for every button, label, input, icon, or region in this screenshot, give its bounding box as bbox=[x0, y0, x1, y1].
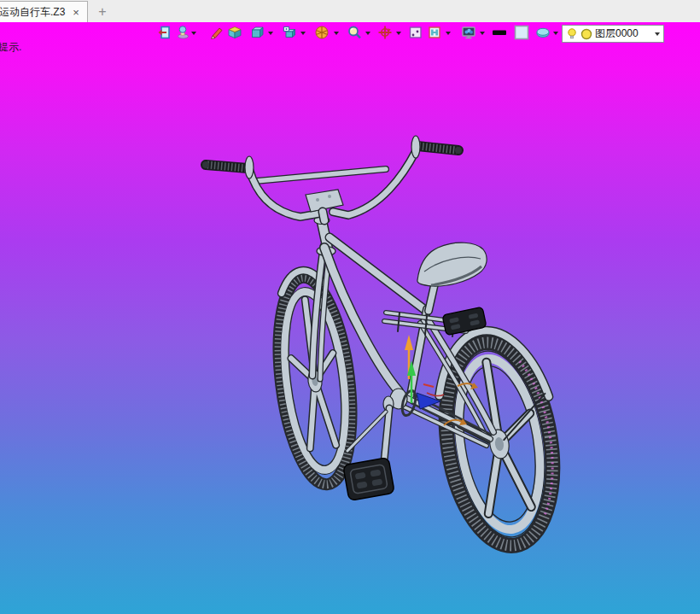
shaded-cube-dropdown-caret[interactable] bbox=[268, 32, 273, 35]
rotate-dropdown-caret[interactable] bbox=[396, 32, 401, 35]
eraser-dropdown-caret[interactable] bbox=[553, 32, 558, 35]
saddle bbox=[417, 243, 487, 311]
zoom-tool-button[interactable] bbox=[347, 25, 362, 40]
shaded-cube-icon bbox=[249, 25, 265, 40]
render-dropdown-caret[interactable] bbox=[480, 32, 485, 35]
light-toggle-button[interactable] bbox=[175, 25, 190, 40]
light-bulb-icon bbox=[175, 25, 190, 40]
layer-visibility-bulb-icon bbox=[566, 27, 578, 40]
iso-box-button[interactable] bbox=[227, 25, 242, 40]
color-swatch bbox=[514, 25, 529, 40]
line-width-button[interactable] bbox=[492, 25, 507, 40]
zoom-dropdown-caret[interactable] bbox=[365, 32, 370, 35]
magnifier-icon bbox=[347, 25, 362, 40]
iso-box-icon bbox=[227, 25, 242, 40]
render-display-icon bbox=[461, 25, 476, 40]
layer-combobox[interactable]: 图层0000 bbox=[562, 25, 664, 43]
exit-icon bbox=[156, 25, 172, 40]
cube-panel-icon bbox=[282, 25, 297, 40]
orange-wheel-icon bbox=[314, 25, 330, 40]
line-width-swatch bbox=[492, 25, 507, 40]
layer-combobox-caret[interactable] bbox=[655, 32, 660, 36]
left-grip bbox=[202, 156, 254, 178]
rotate-target-icon bbox=[377, 25, 393, 40]
cube-panel-button[interactable] bbox=[282, 25, 297, 40]
right-grip bbox=[411, 136, 462, 158]
pen-icon bbox=[209, 25, 225, 40]
viewport-split-dropdown-caret[interactable] bbox=[446, 32, 451, 35]
rotate-view-button[interactable] bbox=[377, 25, 393, 40]
eraser-disc-button[interactable] bbox=[535, 25, 551, 40]
eraser-disc-icon bbox=[535, 25, 551, 40]
viewport-split-icon bbox=[427, 25, 442, 40]
layer-combobox-value: 图层0000 bbox=[595, 26, 639, 41]
orange-wheel-button[interactable] bbox=[314, 25, 330, 40]
point-display-icon bbox=[408, 25, 423, 40]
render-display-button[interactable] bbox=[461, 25, 476, 40]
orange-wheel-dropdown-caret[interactable] bbox=[334, 32, 339, 35]
view-toolbar: 图层0000 bbox=[0, 22, 700, 44]
handlebar bbox=[202, 136, 462, 220]
cube-panel-dropdown-caret[interactable] bbox=[300, 32, 306, 35]
pen-tool-button[interactable] bbox=[209, 25, 225, 40]
bicycle-3d-model[interactable] bbox=[0, 0, 700, 614]
exit-button[interactable] bbox=[156, 25, 172, 40]
point-display-button[interactable] bbox=[408, 25, 423, 40]
layer-color-circle-icon bbox=[580, 28, 592, 40]
viewport-split-button[interactable] bbox=[427, 25, 442, 40]
color-swatch-button[interactable] bbox=[514, 25, 529, 40]
light-dropdown-caret[interactable] bbox=[191, 32, 196, 35]
shaded-cube-button[interactable] bbox=[249, 25, 265, 40]
left-pedal bbox=[343, 458, 394, 501]
